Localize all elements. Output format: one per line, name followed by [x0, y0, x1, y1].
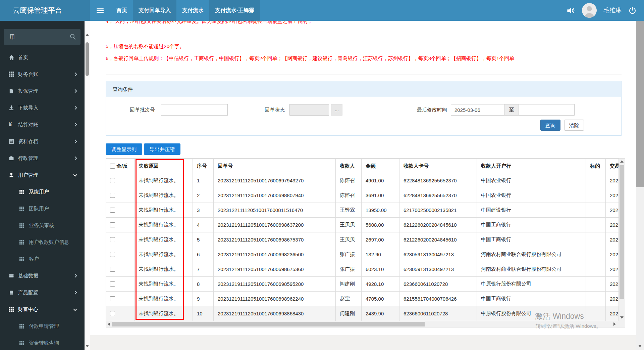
cell-payee: 陈怀召: [336, 188, 362, 203]
nav-tab[interactable]: 支付回单导入: [133, 0, 176, 21]
select-all-checkbox[interactable]: [110, 164, 115, 169]
scroll-up-icon[interactable]: [86, 34, 89, 36]
cell-receipt: 2023121911120510017600698637200: [214, 218, 336, 232]
sidebar-item[interactable]: 团队用户: [0, 200, 85, 217]
query-panel-header: 查询条件: [106, 81, 621, 97]
cell-subject: [586, 292, 606, 306]
sidebar: 用 首页财务台账投保管理下载导入¥结算对账资料存档行政管理用户管理系统用户团队用…: [0, 21, 85, 350]
cell-bank: 中国工商银行: [477, 232, 586, 247]
date-to-input[interactable]: [519, 104, 575, 116]
row-checkbox[interactable]: [110, 193, 115, 198]
cell-amount: 3691.00: [362, 188, 399, 203]
row-checkbox[interactable]: [110, 178, 115, 183]
chevron-right-icon: [73, 72, 77, 76]
status-picker-button[interactable]: ...: [331, 104, 342, 116]
table-vertical-scrollbar[interactable]: [619, 159, 625, 321]
date-from-input[interactable]: [451, 104, 504, 116]
volume-icon[interactable]: [566, 6, 575, 15]
cell-select: [106, 277, 135, 291]
sidebar-item[interactable]: 系统用户: [0, 183, 85, 200]
sidebar-item[interactable]: 客户: [0, 251, 85, 267]
cell-select: [106, 247, 135, 262]
row-checkbox[interactable]: [110, 252, 115, 257]
sidebar-item[interactable]: 行政管理: [0, 150, 85, 167]
row-checkbox[interactable]: [110, 237, 115, 242]
sidebar-item[interactable]: 用户收款账户信息: [0, 234, 85, 251]
cell-seq: 7: [193, 262, 214, 276]
scroll-down-icon[interactable]: [86, 345, 89, 347]
nav-tab[interactable]: 支付流水: [176, 0, 209, 21]
page-scrollbar[interactable]: [636, 21, 644, 350]
avatar[interactable]: [582, 3, 597, 18]
sidebar-item-label: 付款申请管理: [29, 323, 59, 330]
notice-line-5: 5，压缩包的名称不能超过20个字。: [106, 43, 184, 50]
sidebar-item[interactable]: 财务台账: [0, 66, 85, 83]
sidebar-item[interactable]: 首页: [0, 49, 85, 66]
sidebar-item-label: 用户收款账户信息: [29, 239, 69, 246]
sidebar-toggle-button[interactable]: [91, 0, 109, 21]
row-checkbox[interactable]: [110, 281, 115, 287]
sidebar-item-label: 团队用户: [29, 206, 49, 212]
scroll-left-icon[interactable]: [108, 322, 110, 326]
download-icon: [9, 105, 18, 111]
row-checkbox[interactable]: [110, 311, 115, 316]
sidebar-item-label: 产品配置: [18, 290, 38, 296]
sidebar-item[interactable]: 业务员审核: [0, 217, 85, 234]
chevron-right-icon: [73, 274, 77, 277]
power-icon[interactable]: [628, 6, 637, 15]
sidebar-item[interactable]: 资金转账查询: [0, 335, 85, 350]
search-button[interactable]: 查询: [540, 120, 560, 131]
cell-receipt: 2023121911120510017600697943270: [214, 173, 336, 188]
username[interactable]: 毛维琳: [603, 6, 622, 14]
cell-amount: 6023.10: [362, 262, 399, 276]
batch-no-input[interactable]: [161, 104, 228, 116]
sidebar-item-label: 首页: [18, 54, 28, 61]
row-checkbox[interactable]: [110, 208, 115, 213]
sidebar-item[interactable]: 投保管理: [0, 83, 85, 99]
scroll-up-icon[interactable]: [620, 160, 624, 163]
chevron-right-icon: [73, 89, 77, 93]
cell-card: 6215581704000706426: [399, 292, 477, 306]
row-checkbox[interactable]: [110, 296, 115, 301]
row-checkbox[interactable]: [110, 222, 115, 227]
sidebar-item[interactable]: 产品配置: [0, 284, 85, 301]
cell-trade: 202: [606, 277, 619, 291]
sidebar-scrollbar-thumb[interactable]: [86, 42, 89, 76]
scroll-right-icon[interactable]: [613, 322, 616, 326]
row-checkbox[interactable]: [110, 267, 115, 272]
search-icon[interactable]: [69, 33, 76, 41]
table-hscrollbar-thumb[interactable]: [112, 322, 425, 326]
grid-icon: [19, 341, 29, 345]
sidebar-scrollbar[interactable]: [85, 21, 90, 350]
sidebar-item-label: 客户: [29, 256, 39, 262]
sidebar-item[interactable]: ¥结算对账: [0, 116, 85, 133]
cell-subject: [586, 218, 606, 232]
header-bank: 收款人开户行: [477, 159, 586, 173]
sidebar-search[interactable]: 用: [4, 29, 80, 45]
sidebar-item[interactable]: 资料存档: [0, 133, 85, 150]
sidebar-search-input[interactable]: 用: [9, 29, 15, 45]
clear-button[interactable]: 清除: [564, 120, 584, 131]
sidebar-item[interactable]: 付款申请管理: [0, 318, 85, 335]
sidebar-item[interactable]: 基础数据: [0, 267, 85, 284]
scroll-down-icon[interactable]: [620, 316, 624, 319]
sidebar-item-label: 系统用户: [29, 189, 49, 195]
date-to-connector: 至: [504, 104, 519, 116]
table-vscrollbar-thumb[interactable]: [620, 165, 624, 299]
sidebar-item[interactable]: 财富中心: [0, 301, 85, 318]
nav-tab[interactable]: 首页: [111, 0, 133, 21]
nav-tab[interactable]: 支付流水-王铎霖: [209, 0, 260, 21]
grid-icon: [19, 257, 29, 261]
scroll-down-icon[interactable]: [638, 345, 642, 347]
sidebar-item[interactable]: 下载导入: [0, 99, 85, 116]
adjust-columns-button[interactable]: 调整显示列: [106, 143, 142, 155]
cell-select: [106, 306, 135, 321]
app-title[interactable]: 云鹰保管理平台: [0, 0, 90, 21]
receipt-status-label: 回单状态: [261, 104, 285, 116]
sidebar-item[interactable]: 用户管理: [0, 167, 85, 183]
export-compress-button[interactable]: 导出并压缩: [144, 143, 180, 155]
sidebar-item-label: 下载导入: [18, 105, 38, 111]
header-trade: 交易: [606, 159, 619, 173]
receipt-status-input[interactable]: [289, 104, 329, 116]
page-scrollbar-thumb[interactable]: [636, 21, 644, 187]
